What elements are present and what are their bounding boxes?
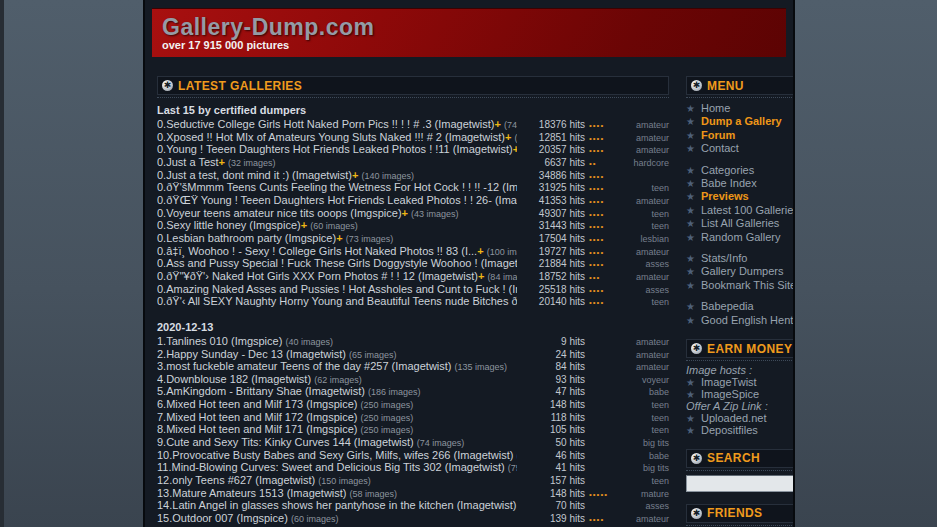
menu-link[interactable]: Latest 100 Galleries <box>701 204 795 217</box>
category-label[interactable]: babe <box>619 387 669 399</box>
search-input[interactable] <box>686 475 795 492</box>
menu-item[interactable]: ★ Babe Index <box>686 177 795 190</box>
gallery-link[interactable]: 0.Lesbian bathroom party (Imgspice) <box>157 233 336 244</box>
category-label[interactable]: amateur <box>619 514 669 526</box>
category-label[interactable]: teen <box>619 425 669 437</box>
more-link[interactable]: + <box>336 233 342 244</box>
gallery-link[interactable]: 0.Amazing Naked Asses and Pussies ! Hot … <box>157 284 517 295</box>
gallery-link[interactable]: 7.Mixed Hot teen and Milf 172 (Imgspice) <box>157 412 358 423</box>
menu-link[interactable]: Contact <box>701 142 739 155</box>
category-label[interactable]: teen <box>619 221 669 233</box>
menu-item[interactable]: ★ Categories <box>686 164 795 177</box>
earn-money-link[interactable]: Offer A Zip Link : <box>686 401 768 413</box>
menu-link[interactable]: Babepedia <box>701 300 754 313</box>
menu-item[interactable]: ★ Home <box>686 102 795 115</box>
gallery-link[interactable]: 4.Downblouse 182 (Imagetwist) <box>157 374 311 385</box>
more-link[interactable]: + <box>505 132 511 143</box>
gallery-link[interactable]: 0.Young ! Teeen Daughters Hot Friends Le… <box>157 144 513 155</box>
category-label[interactable]: teen <box>619 413 669 425</box>
gallery-link[interactable]: 1.Tanlines 010 (Imgspice) <box>157 336 282 347</box>
menu-link[interactable]: Previews <box>701 190 749 203</box>
menu-item[interactable]: ★ Forum <box>686 129 795 142</box>
gallery-link[interactable]: 9.Cute and Sexy Tits: Kinky Curves 144 (… <box>157 437 414 448</box>
gallery-link[interactable]: 0.â‡ï¸ Woohoo ! - Sexy ! College Girls H… <box>157 246 477 257</box>
category-label[interactable]: voyeur <box>619 375 669 387</box>
gallery-link[interactable]: 12.only Teens #627 (Imagetwist) <box>157 475 315 486</box>
category-label[interactable]: babe <box>619 451 669 463</box>
category-label[interactable]: amateur <box>619 120 669 132</box>
more-link[interactable]: + <box>494 119 500 130</box>
category-label[interactable]: asses <box>619 259 669 271</box>
gallery-link[interactable]: 0.ðŸ'šMmmm Teens Cunts Feeling the Wetne… <box>157 182 517 193</box>
earn-money-item[interactable]: ★ Depositfiles <box>686 425 795 437</box>
gallery-link[interactable]: 15.Outdoor 007 (Imgspice) <box>157 513 288 524</box>
gallery-link[interactable]: 11.Mind-Blowing Curves: Sweet and Delici… <box>157 462 505 473</box>
gallery-link[interactable]: 3.most fuckeble amateur Teens of the day… <box>157 361 452 372</box>
category-label[interactable]: lesbian <box>619 234 669 246</box>
menu-link[interactable]: Forum <box>701 129 735 142</box>
gallery-link[interactable]: 0.Just a test, dont mind it :) (Imagetwi… <box>157 170 352 181</box>
menu-item[interactable]: ★ Random Gallery <box>686 231 795 244</box>
menu-link[interactable]: List All Galleries <box>701 217 779 230</box>
menu-link[interactable]: Babe Index <box>701 177 757 190</box>
category-label[interactable]: big tits <box>619 438 669 450</box>
gallery-link[interactable]: 6.Mixed Hot teen and Milf 173 (Imgspice) <box>157 399 358 410</box>
category-label[interactable]: teen <box>619 183 669 195</box>
gallery-link[interactable]: 0.ðŸŒŸ Young ! Teeen Daughters Hot Frien… <box>157 195 517 206</box>
category-label[interactable]: amateur <box>619 145 669 157</box>
more-link[interactable]: + <box>301 220 307 231</box>
more-link[interactable]: + <box>352 170 358 181</box>
menu-item[interactable]: ★ Gallery Dumpers <box>686 265 795 278</box>
category-label[interactable]: amateur <box>619 133 669 145</box>
category-label[interactable]: amateur <box>619 362 669 374</box>
menu-item[interactable]: ★ List All Galleries <box>686 217 795 230</box>
menu-link[interactable]: Bookmark This Site <box>701 279 795 292</box>
gallery-link[interactable]: 2.Happy Sunday - Dec 13 (Imagetwist) <box>157 349 346 360</box>
menu-link[interactable]: Stats/Info <box>701 252 747 265</box>
gallery-link[interactable]: 13.Mature Amateurs 1513 (Imagetwist) <box>157 488 347 499</box>
gallery-link[interactable]: 0.ðŸ"¥ðŸ'› Naked Hot Girls XXX Porn Phot… <box>157 271 478 282</box>
category-label[interactable]: amateur <box>619 247 669 259</box>
gallery-link[interactable]: 0.Voyeur teens amateur nice tits ooops (… <box>157 208 402 219</box>
menu-link[interactable]: Random Gallery <box>701 231 780 244</box>
menu-item[interactable]: ★ Dump a Gallery <box>686 115 795 128</box>
menu-link[interactable]: Home <box>701 102 730 115</box>
menu-item[interactable]: ★ Previews <box>686 190 795 203</box>
earn-money-link[interactable]: Uploaded.net <box>701 413 766 425</box>
more-link[interactable]: + <box>477 246 483 257</box>
more-link[interactable]: + <box>219 157 225 168</box>
menu-item[interactable]: ★ Bookmark This Site <box>686 279 795 292</box>
menu-item[interactable]: ★ Stats/Info <box>686 252 795 265</box>
menu-item[interactable]: ★ Latest 100 Galleries <box>686 204 795 217</box>
category-label[interactable]: mature <box>619 489 669 501</box>
earn-money-item[interactable]: ★ Offer A Zip Link : <box>686 401 795 413</box>
gallery-link[interactable]: 0.Just a Test <box>157 157 219 168</box>
category-label[interactable]: hardcore <box>619 158 669 170</box>
gallery-link[interactable]: 14.Latin Angel in glasses shows her pant… <box>157 500 517 511</box>
menu-item[interactable]: ★ Babepedia <box>686 300 795 313</box>
category-label[interactable]: asses <box>619 501 669 513</box>
earn-money-item[interactable]: ★ Uploaded.net <box>686 413 795 425</box>
category-label[interactable]: amateur <box>619 272 669 284</box>
menu-link[interactable]: Good English Hentai <box>701 314 795 327</box>
category-label[interactable]: teen <box>619 209 669 221</box>
gallery-link[interactable]: 0.Seductive College Girls Hott Naked Por… <box>157 119 494 130</box>
earn-money-link[interactable]: Depositfiles <box>701 425 758 437</box>
category-label[interactable]: amateur <box>619 196 669 208</box>
gallery-link[interactable]: 0.Sexy little honey (Imgspice) <box>157 220 301 231</box>
more-link[interactable]: + <box>478 271 484 282</box>
category-label[interactable]: big tits <box>619 463 669 475</box>
category-label[interactable]: teen <box>619 476 669 488</box>
menu-item[interactable]: ★ Good English Hentai <box>686 314 795 327</box>
gallery-link[interactable]: 5.AmKingdom - Brittany Shae (Imagetwist) <box>157 386 365 397</box>
gallery-link[interactable]: 0.ðŸ'‹ All SEXY Naughty Horny Young and … <box>157 296 517 307</box>
menu-link[interactable]: Dump a Gallery <box>701 115 782 128</box>
category-label[interactable]: asses <box>619 285 669 297</box>
category-label[interactable]: teen <box>619 400 669 412</box>
gallery-link[interactable]: 10.Provocative Busty Babes and Sexy Girl… <box>157 450 513 461</box>
category-label[interactable]: amateur <box>619 337 669 349</box>
category-label[interactable]: amateur <box>619 350 669 362</box>
category-label[interactable]: teen <box>619 297 669 309</box>
gallery-link[interactable]: 8.Mixed Hot teen and Milf 171 (Imgspice) <box>157 424 358 435</box>
menu-link[interactable]: Categories <box>701 164 754 177</box>
